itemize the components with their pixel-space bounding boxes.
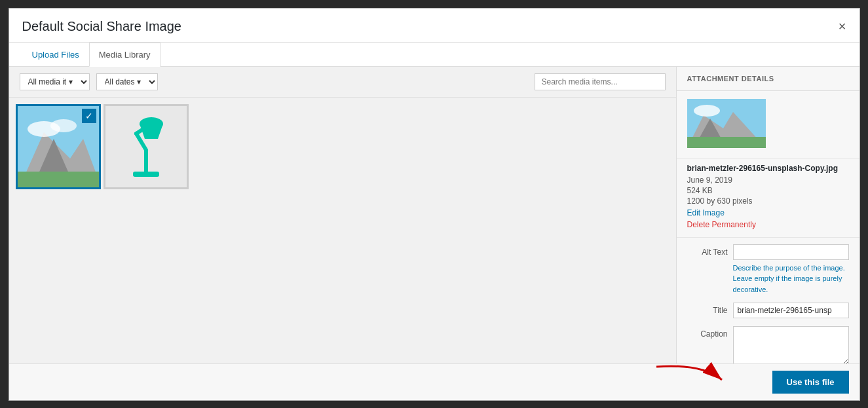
delete-permanently-link[interactable]: Delete Permanently [687,220,849,229]
media-type-filter[interactable]: All media it ▾ [20,73,90,90]
caption-label: Caption [687,326,733,339]
close-button[interactable]: × [839,20,846,41]
edit-image-link[interactable]: Edit Image [687,208,849,217]
lamp-icon-wrapper [105,106,187,187]
arrow-indicator [650,360,728,388]
title-row: Title [687,303,849,318]
tab-bar: Upload Files Media Library [9,43,859,67]
date-filter[interactable]: All dates ▾ [96,73,158,90]
alt-text-input[interactable] [733,244,849,260]
modal-overlay: Default Social Share Image × Upload File… [0,0,868,408]
attachment-dimensions: 1200 by 630 pixels [687,196,849,206]
media-grid: ✓ [9,98,676,363]
media-area: All media it ▾ All dates ▾ [9,67,676,363]
title-label: Title [687,303,733,315]
attachment-thumbnail-wrapper [677,91,859,158]
media-item-lamp[interactable] [104,104,189,189]
caption-input[interactable] [733,326,849,363]
modal-header: Default Social Share Image × [9,9,859,43]
attachment-filename: brian-metzler-296165-unsplash-Copy.jpg [687,164,849,173]
search-input[interactable] [535,73,666,90]
caption-row: Caption [687,326,849,363]
tab-media-library[interactable]: Media Library [89,43,160,67]
alt-text-row: Alt Text Describe the purpose of the ima… [687,244,849,295]
modal-dialog: Default Social Share Image × Upload File… [9,8,860,401]
attachment-thumbnail [687,99,766,148]
alt-text-label: Alt Text [687,244,733,257]
svg-rect-16 [687,137,766,148]
modal-footer: Use this file [9,363,859,400]
svg-rect-8 [144,150,148,173]
selected-check: ✓ [82,109,96,123]
modal-body: All media it ▾ All dates ▾ [9,67,859,363]
attachment-sidebar: ATTACHMENT DETAILS brian-metzler-296165-… [676,67,859,363]
modal-title: Default Social Share Image [22,19,181,42]
tab-upload[interactable]: Upload Files [22,43,89,67]
lamp-svg [120,114,172,179]
svg-point-6 [50,119,77,132]
alt-text-hint: Describe the purpose of the image. Leave… [733,263,849,295]
svg-marker-12 [140,124,163,139]
svg-rect-3 [18,172,101,189]
title-input[interactable] [733,303,849,318]
svg-point-17 [694,105,720,117]
attachment-size: 524 KB [687,186,849,195]
attachment-fields: Alt Text Describe the purpose of the ima… [677,238,859,363]
use-file-button[interactable]: Use this file [772,371,849,394]
attachment-date: June 9, 2019 [687,176,849,185]
media-toolbar: All media it ▾ All dates ▾ [9,67,676,98]
media-item-mountain[interactable]: ✓ [16,104,101,189]
attachment-meta: brian-metzler-296165-unsplash-Copy.jpg J… [677,158,859,238]
attachment-details-header: ATTACHMENT DETAILS [677,67,859,91]
